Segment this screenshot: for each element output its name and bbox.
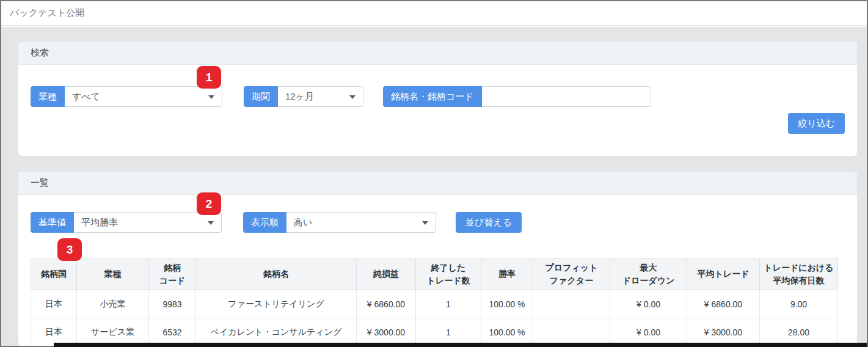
table-cell: サービス業 xyxy=(77,318,149,346)
column-header: トレードにおける 平均保有日数 xyxy=(760,258,838,290)
page-header: バックテスト公開 xyxy=(1,1,867,26)
symbol-label: 銘柄名・銘柄コード xyxy=(383,86,482,107)
sort-button[interactable]: 並び替える xyxy=(456,212,522,233)
order-label: 表示順 xyxy=(243,212,286,233)
table-cell: 日本 xyxy=(31,318,77,346)
table-cell: 28.00 xyxy=(760,318,838,346)
table-cell: ¥ 3000.00 xyxy=(357,318,416,346)
backtest-window: バックテスト公開 検索 業種 すべて 期間 xyxy=(0,0,868,347)
list-card-header: 一覧 xyxy=(18,172,857,195)
table-cell: 100.00 % xyxy=(481,318,533,346)
search-card: 検索 業種 すべて 期間 12ヶ月 xyxy=(18,42,857,156)
table-header-row: 銘柄国業種銘柄 コード銘柄名純損益終了した トレード数勝率プロフィット ファクタ… xyxy=(31,258,838,290)
order-select-value: 高い xyxy=(294,217,312,228)
industry-select-value: すべて xyxy=(72,91,100,103)
period-group: 期間 12ヶ月 xyxy=(244,86,363,107)
table-row: 日本小売業9983ファーストリテイリング¥ 6860.001100.00 %¥ … xyxy=(31,290,838,318)
step-badge-3: 3 xyxy=(57,238,82,261)
column-header: 最大 ドローダウン xyxy=(610,258,687,290)
criteria-select[interactable]: 平均勝率 xyxy=(74,212,222,233)
industry-select[interactable]: すべて xyxy=(65,86,222,107)
results-table: 銘柄国業種銘柄 コード銘柄名純損益終了した トレード数勝率プロフィット ファクタ… xyxy=(31,258,838,346)
list-card-title: 一覧 xyxy=(31,177,49,189)
table-cell: 日本 xyxy=(31,290,77,318)
period-select-value: 12ヶ月 xyxy=(285,91,314,103)
column-header: 純損益 xyxy=(357,258,416,290)
search-card-body: 業種 すべて 期間 12ヶ月 銘柄名・銘柄コ xyxy=(18,65,857,156)
page-content: 検索 業種 すべて 期間 12ヶ月 xyxy=(1,27,867,346)
criteria-select-value: 平均勝率 xyxy=(81,217,118,228)
period-label: 期間 xyxy=(244,86,278,107)
column-header: 銘柄 コード xyxy=(149,258,196,290)
table-cell xyxy=(533,318,610,346)
column-header: 銘柄名 xyxy=(196,258,357,290)
table-cell: ファーストリテイリング xyxy=(196,290,357,318)
search-card-header: 検索 xyxy=(18,42,857,65)
search-filter-row: 業種 すべて 期間 12ヶ月 銘柄名・銘柄コ xyxy=(31,86,845,107)
table-cell: 9.00 xyxy=(760,290,838,318)
industry-group: 業種 すべて xyxy=(31,86,222,107)
column-header: 銘柄国 xyxy=(31,258,77,290)
list-card: 一覧 基準値 平均勝率 表示順 高い xyxy=(18,172,857,346)
page-title: バックテスト公開 xyxy=(10,7,84,19)
step-badge-1: 1 xyxy=(197,66,221,89)
table-cell: ¥ 6860.00 xyxy=(687,290,760,318)
sort-row: 基準値 平均勝率 表示順 高い 並び替える xyxy=(31,212,845,233)
order-select[interactable]: 高い xyxy=(286,212,436,233)
symbol-input[interactable] xyxy=(482,86,651,107)
table-cell: ベイカレント・コンサルティング xyxy=(196,318,357,346)
table-cell: 小売業 xyxy=(77,290,149,318)
column-header: 勝率 xyxy=(481,258,533,290)
column-header: プロフィット ファクター xyxy=(533,258,610,290)
criteria-label: 基準値 xyxy=(31,212,74,233)
symbol-group: 銘柄名・銘柄コード xyxy=(383,86,651,107)
table-cell: 1 xyxy=(416,290,481,318)
list-card-body: 基準値 平均勝率 表示順 高い 並び替える xyxy=(18,195,857,346)
table-cell: ¥ 6860.00 xyxy=(357,290,416,318)
order-group: 表示順 高い xyxy=(243,212,436,233)
chevron-down-icon xyxy=(208,221,214,225)
criteria-group: 基準値 平均勝率 xyxy=(31,212,222,233)
search-button-row: 絞り込む xyxy=(31,113,845,134)
table-cell: 1 xyxy=(416,318,481,346)
table-cell: ¥ 0.00 xyxy=(610,290,687,318)
table-cell: ¥ 3000.00 xyxy=(687,318,760,346)
table-cell: 6532 xyxy=(149,318,196,346)
industry-label: 業種 xyxy=(31,86,65,107)
period-select[interactable]: 12ヶ月 xyxy=(278,86,363,107)
chevron-down-icon xyxy=(208,95,214,99)
cutoff-dark-bar xyxy=(54,343,867,347)
chevron-down-icon xyxy=(422,221,428,225)
search-card-title: 検索 xyxy=(31,47,49,59)
filter-button[interactable]: 絞り込む xyxy=(788,113,845,134)
column-header: 終了した トレード数 xyxy=(416,258,481,290)
table-row: 日本サービス業6532ベイカレント・コンサルティング¥ 3000.001100.… xyxy=(31,318,838,346)
chevron-down-icon xyxy=(349,95,356,99)
table-cell: 9983 xyxy=(149,290,196,318)
table-cell xyxy=(533,290,610,318)
column-header: 平均トレード xyxy=(687,258,760,290)
column-header: 業種 xyxy=(77,258,149,290)
table-cell: 100.00 % xyxy=(481,290,533,318)
table-cell: ¥ 0.00 xyxy=(610,318,687,346)
step-badge-2: 2 xyxy=(197,192,221,215)
